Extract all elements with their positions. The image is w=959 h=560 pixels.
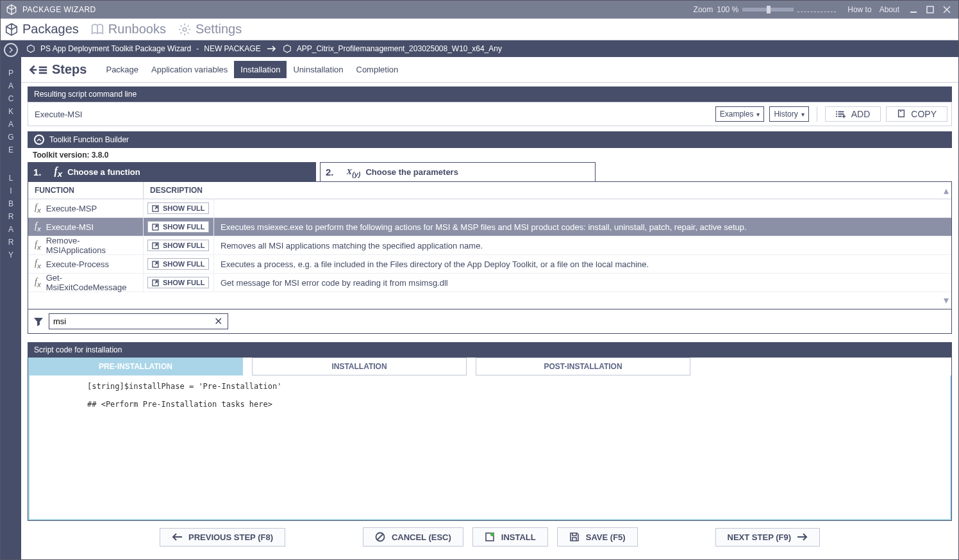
open-icon: [152, 205, 159, 212]
step-installation[interactable]: Installation: [234, 61, 287, 78]
fx-icon: fx: [35, 277, 41, 288]
tfb-step-tabs: 1. fxChoose a function 2. X(y)Choose the…: [28, 162, 952, 181]
svg-rect-7: [838, 111, 844, 113]
zoom-label: Zoom: [694, 5, 713, 14]
add-list-icon: [836, 110, 846, 119]
svg-rect-10: [836, 116, 837, 117]
svg-rect-6: [836, 111, 837, 113]
top-nav: Packages Runbooks Settings: [1, 19, 958, 40]
cube-icon: [4, 22, 19, 37]
examples-label: Examples: [720, 110, 754, 119]
show-full-button[interactable]: SHOW FULL: [147, 240, 209, 251]
fx-icon: fx: [54, 165, 63, 179]
sidebar-expand-button[interactable]: [4, 43, 18, 57]
show-full-button[interactable]: SHOW FULL: [147, 258, 209, 270]
nav-runbooks[interactable]: Runbooks: [90, 22, 166, 37]
cmdline-input[interactable]: [32, 106, 710, 122]
step-app-vars[interactable]: Application variables: [145, 61, 234, 78]
install-button[interactable]: INSTALL: [472, 527, 548, 547]
step-package[interactable]: Package: [99, 61, 145, 78]
tab-pre-installation[interactable]: PRE-INSTALLATION: [28, 358, 243, 375]
previous-step-button[interactable]: PREVIOUS STEP (F8): [160, 528, 285, 547]
zoom-scale-icon: [797, 7, 836, 12]
function-row[interactable]: fxGet-MsiExitCodeMessageSHOW FULLGet mes…: [28, 274, 951, 292]
svg-rect-0: [910, 12, 917, 13]
tfb-step2[interactable]: 2. X(y)Choose the parameters: [320, 162, 596, 181]
scroll-indicator[interactable]: ▴ ▾: [942, 182, 950, 309]
history-dropdown[interactable]: History: [769, 106, 808, 122]
function-row[interactable]: fxExecute-ProcessSHOW FULLExecutes a pro…: [28, 255, 951, 274]
steps-back-button[interactable]: [28, 63, 48, 77]
function-row[interactable]: fxExecute-MSPSHOW FULL: [28, 199, 951, 218]
script-tabs: PRE-INSTALLATION INSTALLATION POST-INSTA…: [28, 358, 951, 375]
close-button[interactable]: [940, 3, 953, 16]
breadcrumb-wizard: PS App Deployment Toolkit Package Wizard: [40, 44, 191, 53]
save-button[interactable]: SAVE (F5): [557, 527, 638, 547]
show-full-button[interactable]: SHOW FULL: [147, 277, 209, 288]
svg-rect-1: [927, 6, 933, 13]
save-label: SAVE (F5): [586, 532, 626, 542]
filter-clear-button[interactable]: ✕: [209, 315, 228, 327]
fx-icon: fx: [35, 202, 41, 214]
script-heading: Script code for installation: [28, 342, 952, 358]
tab-post-installation[interactable]: POST-INSTALLATION: [476, 358, 690, 375]
collapse-button[interactable]: [34, 135, 44, 145]
add-button[interactable]: ADD: [825, 106, 881, 122]
breadcrumb: PS App Deployment Toolkit Package Wizard…: [21, 40, 958, 57]
step-completion[interactable]: Completion: [350, 61, 405, 78]
function-table-header: FUNCTION DESCRIPTION: [28, 182, 951, 199]
tfb-step2-label: Choose the parameters: [365, 167, 458, 177]
prev-label: PREVIOUS STEP (F8): [188, 532, 273, 542]
cube-icon: [283, 44, 292, 53]
next-step-button[interactable]: NEXT STEP (F9): [715, 528, 820, 547]
function-name: Execute-MSI: [46, 222, 94, 232]
breadcrumb-sep: -: [196, 44, 199, 53]
scroll-down-icon[interactable]: ▾: [944, 294, 949, 306]
filter-row: ✕: [28, 309, 952, 334]
nav-packages[interactable]: Packages: [4, 22, 79, 37]
about-link[interactable]: About: [880, 5, 899, 14]
tab-installation[interactable]: INSTALLATION: [252, 358, 467, 375]
examples-dropdown[interactable]: Examples: [715, 106, 765, 122]
cancel-button[interactable]: CANCEL (ESC): [363, 527, 463, 547]
scroll-up-icon[interactable]: ▴: [944, 185, 949, 197]
sidebar-label-package: PACKAGE: [6, 69, 15, 158]
svg-rect-12: [899, 110, 905, 117]
function-name: Execute-MSP: [46, 204, 97, 213]
gear-icon: [178, 22, 192, 37]
filter-input[interactable]: [49, 314, 209, 329]
minimize-button[interactable]: [907, 3, 920, 16]
add-label: ADD: [851, 109, 871, 119]
toolkit-version: Toolkit version: 3.8.0: [28, 148, 952, 162]
svg-rect-8: [836, 113, 837, 115]
svg-rect-3: [39, 66, 47, 68]
open-icon: [152, 242, 159, 249]
arrow-right-icon: [267, 45, 276, 52]
script-code-editor[interactable]: [string]$installPhase = 'Pre-Installatio…: [28, 375, 951, 520]
maximize-button[interactable]: [924, 3, 937, 16]
function-row[interactable]: fxExecute-MSISHOW FULLExecutes msiexec.e…: [28, 218, 951, 236]
xy-icon: X(y): [347, 167, 361, 178]
cube-icon: [26, 44, 35, 53]
tfb-step1-label: Choose a function: [67, 167, 140, 177]
function-name: Remove-MSIApplications: [46, 236, 137, 255]
install-icon: [485, 532, 495, 542]
tfb-step1[interactable]: 1. fxChoose a function: [28, 162, 316, 181]
zoom-control[interactable]: Zoom 100 %: [694, 5, 837, 14]
titlebar: PACKAGE WIZARD Zoom 100 % How to About: [1, 1, 958, 19]
function-row[interactable]: fxRemove-MSIApplicationsSHOW FULLRemoves…: [28, 236, 951, 255]
nav-settings[interactable]: Settings: [178, 22, 242, 37]
function-table-body[interactable]: fxExecute-MSPSHOW FULLfxExecute-MSISHOW …: [28, 199, 951, 309]
sidebar: PACKAGE LIBRARY: [1, 40, 21, 559]
zoom-slider[interactable]: [742, 8, 794, 12]
next-label: NEXT STEP (F9): [728, 532, 791, 542]
show-full-button[interactable]: SHOW FULL: [147, 202, 209, 214]
copy-button[interactable]: COPY: [886, 106, 947, 122]
howto-link[interactable]: How to: [847, 5, 871, 14]
steps-bar: Steps Package Application variables Inst…: [21, 57, 958, 83]
show-full-button[interactable]: SHOW FULL: [147, 221, 209, 233]
copy-label: COPY: [911, 109, 937, 119]
step-uninstallation[interactable]: Uninstallation: [287, 61, 349, 78]
book-icon: [90, 22, 104, 37]
function-name: Execute-Process: [46, 259, 109, 269]
